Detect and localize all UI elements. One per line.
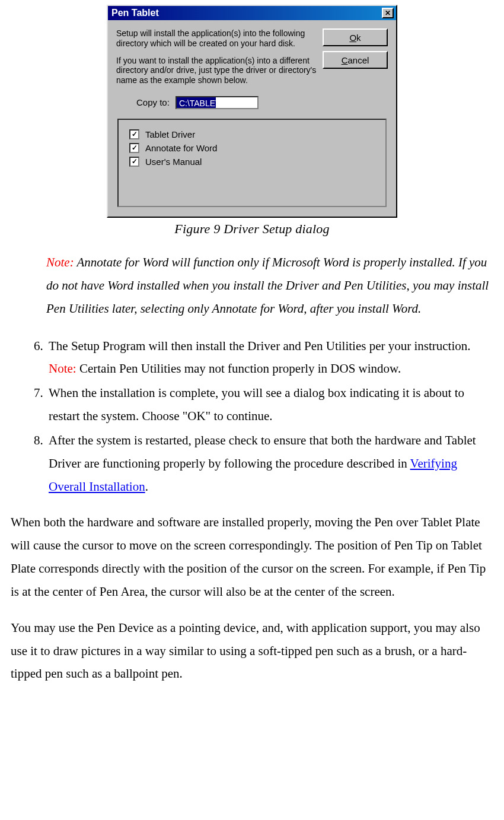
step-6: The Setup Program will then install the … — [46, 335, 493, 381]
option-users-manual[interactable]: ✓ User's Manual — [129, 157, 378, 167]
options-panel: ✓ Tablet Driver ✓ Annotate for Word ✓ Us… — [117, 119, 387, 207]
option-tablet-driver[interactable]: ✓ Tablet Driver — [129, 129, 378, 139]
figure-caption: Figure 9 Driver Setup dialog — [0, 221, 504, 237]
cancel-button[interactable]: Cancel — [323, 51, 388, 69]
checkbox-icon[interactable]: ✓ — [129, 157, 139, 167]
close-icon: ✕ — [385, 9, 391, 17]
copy-to-input[interactable]: C:\TABLET — [176, 96, 259, 109]
note-label-inline: Note: — [49, 361, 76, 376]
note-label: Note: — [46, 255, 74, 269]
checkbox-icon[interactable]: ✓ — [129, 129, 139, 139]
option-annotate-word[interactable]: ✓ Annotate for Word — [129, 143, 378, 153]
dialog-titlebar: Pen Tablet ✕ — [108, 6, 396, 20]
option-label: User's Manual — [145, 157, 202, 167]
pen-tablet-dialog: Pen Tablet ✕ Setup will install the appl… — [107, 5, 397, 218]
ok-button[interactable]: Ok — [323, 28, 388, 46]
paragraph-2: You may use the Pen Device as a pointing… — [11, 616, 493, 686]
paragraph-1: When both the hardware and software are … — [11, 511, 493, 603]
steps-list: The Setup Program will then install the … — [19, 335, 493, 498]
close-button[interactable]: ✕ — [382, 8, 394, 18]
dialog-text-1: Setup will install the application(s) in… — [116, 28, 317, 49]
checkbox-icon[interactable]: ✓ — [129, 143, 139, 153]
dialog-text-2: If you want to install the application(s… — [116, 56, 317, 85]
dialog-title: Pen Tablet — [111, 8, 159, 18]
step-8: After the system is restarted, please ch… — [46, 429, 493, 498]
option-label: Annotate for Word — [145, 143, 217, 153]
option-label: Tablet Driver — [145, 129, 195, 139]
note-text: Annotate for Word will function only if … — [46, 255, 489, 316]
step-7: When the installation is complete, you w… — [46, 382, 493, 428]
copy-to-label: Copy to: — [136, 97, 170, 107]
note-paragraph: Note: Annotate for Word will function on… — [46, 251, 493, 320]
